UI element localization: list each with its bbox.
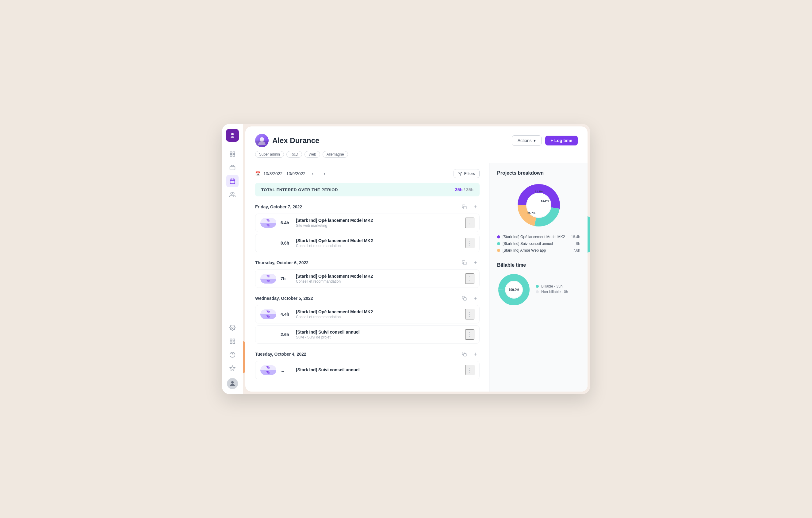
time-entry: 7h 7h 7h [Stark Ind] Opé lancement Model… — [255, 269, 480, 288]
prev-period-button[interactable]: ‹ — [309, 169, 317, 178]
non-billable-dot — [536, 290, 539, 293]
day-actions — [460, 350, 480, 358]
days-container: Friday, October 7, 2022 7h 7h 6.4h [Star… — [255, 202, 480, 379]
legend-value: 18.4h — [571, 235, 580, 239]
date-range-text: 10/3/2022 - 10/9/2022 — [263, 171, 306, 176]
entry-menu-button[interactable]: ⋮ — [465, 365, 474, 375]
projects-legend: [Stark Ind] Opé lancement Model MK2 18.4… — [497, 235, 580, 252]
entry-info: [Stark Ind] Suivi conseil annuel — [296, 367, 461, 373]
filters-button[interactable]: Filters — [454, 169, 480, 178]
entry-hours: 4.4h — [281, 312, 292, 317]
chevron-down-icon: ▾ — [533, 138, 536, 143]
day-actions — [460, 202, 480, 211]
svg-rect-16 — [233, 342, 235, 344]
entry-subtitle: Suivi - Suivi de projet — [296, 335, 461, 339]
legend-value: 7.6h — [573, 248, 580, 252]
billable-legend-item-billable: Billable - 35h — [536, 284, 580, 289]
time-entry: 7h 7h 6.4h [Stark Ind] Opé lancement Mod… — [255, 214, 480, 232]
entry-menu-button[interactable]: ⋮ — [465, 273, 474, 284]
legend-left: [Stark Ind] Opé lancement Model MK2 — [497, 235, 565, 239]
legend-dot — [497, 249, 500, 252]
copy-day-button[interactable] — [460, 258, 469, 267]
svg-point-1 — [231, 136, 234, 138]
add-entry-button[interactable] — [471, 258, 480, 267]
log-time-label: + Log time — [551, 138, 572, 143]
user-avatar-small[interactable] — [227, 378, 238, 389]
day-title: Tuesday, October 4, 2022 — [255, 352, 306, 357]
add-entry-button[interactable] — [471, 294, 480, 303]
entry-hours: 2.6h — [281, 332, 292, 337]
time-badge: 7h 7h — [260, 218, 276, 228]
day-actions — [460, 294, 480, 303]
entry-menu-button[interactable]: ⋮ — [465, 309, 474, 320]
total-hours: 35h / 35h — [455, 187, 473, 192]
day-header: Tuesday, October 4, 2022 — [255, 350, 480, 358]
day-group: Wednesday, October 5, 2022 7h 7h 4.4h [S… — [255, 294, 480, 344]
entry-info: [Stark Ind] Suivi conseil annuel Suivi -… — [296, 330, 461, 339]
sidebar — [222, 124, 243, 394]
billable-content: 100.0% Billable - 35h Non-billable - 0h — [497, 273, 580, 306]
day-header: Wednesday, October 5, 2022 — [255, 294, 480, 303]
billable-time-section: Billable time 100.0% — [497, 263, 580, 306]
svg-rect-32 — [464, 354, 466, 356]
time-badge: 7h 7h — [260, 274, 276, 283]
sidebar-item-calendar[interactable] — [226, 175, 238, 187]
billable-donut-chart: 100.0% — [497, 273, 531, 306]
svg-rect-7 — [230, 179, 235, 184]
svg-rect-6 — [230, 166, 235, 170]
sidebar-item-settings[interactable] — [226, 322, 238, 334]
sidebar-item-briefcase[interactable] — [226, 161, 238, 174]
svg-rect-23 — [464, 206, 466, 209]
copy-day-button[interactable] — [460, 294, 469, 303]
svg-point-20 — [231, 381, 234, 384]
time-entry: 7h 7h ... [Stark Ind] Suivi conseil annu… — [255, 361, 480, 379]
filters-label: Filters — [464, 171, 475, 176]
sidebar-item-grid[interactable] — [226, 335, 238, 347]
actions-button[interactable]: Actions ▾ — [512, 135, 542, 146]
entry-title: [Stark Ind] Opé lancement Model MK2 — [296, 238, 461, 243]
entry-menu-button[interactable]: ⋮ — [465, 329, 474, 340]
svg-rect-5 — [233, 155, 235, 157]
sidebar-item-team[interactable] — [226, 188, 238, 201]
entry-title: [Stark Ind] Opé lancement Model MK2 — [296, 218, 461, 223]
total-current: 35h — [455, 187, 462, 192]
svg-rect-26 — [464, 262, 466, 265]
non-billable-label: Non-billable - 0h — [541, 290, 568, 294]
svg-text:100.0%: 100.0% — [509, 288, 519, 292]
user-tags: Super admin R&D Web Allemagne — [255, 151, 578, 158]
copy-day-button[interactable] — [460, 350, 469, 358]
legend-item: [Stark Ind] Opé lancement Model MK2 18.4… — [497, 235, 580, 239]
sidebar-item-sparkle[interactable] — [226, 362, 238, 374]
legend-left: [Stark Ind] Armor Web app — [497, 248, 546, 252]
tag-rd: R&D — [286, 151, 302, 158]
svg-marker-19 — [230, 366, 235, 371]
add-entry-button[interactable] — [471, 350, 480, 358]
page-title: Alex Durance — [272, 136, 319, 145]
day-title: Thursday, October 6, 2022 — [255, 260, 309, 265]
legend-dot — [497, 235, 500, 239]
day-actions — [460, 258, 480, 267]
entry-info: [Stark Ind] Opé lancement Model MK2 Cons… — [296, 238, 461, 248]
day-header: Thursday, October 6, 2022 — [255, 258, 480, 267]
sidebar-item-list[interactable] — [226, 148, 238, 160]
time-badge: 7h 7h — [260, 365, 276, 375]
time-badge: 7h 7h — [260, 309, 276, 319]
svg-marker-22 — [459, 172, 462, 175]
actions-label: Actions — [518, 138, 532, 143]
day-header: Friday, October 7, 2022 — [255, 202, 480, 211]
filter-icon — [458, 171, 462, 176]
log-time-button[interactable]: + Log time — [545, 136, 578, 145]
sidebar-item-help[interactable] — [226, 349, 238, 361]
entry-hours: 0.6h — [281, 241, 292, 245]
date-range: 📅 10/3/2022 - 10/9/2022 ‹ › — [255, 169, 329, 178]
entry-menu-button[interactable]: ⋮ — [465, 218, 474, 228]
entry-menu-button[interactable]: ⋮ — [465, 238, 474, 248]
entry-info: [Stark Ind] Opé lancement Model MK2 Cons… — [296, 274, 461, 283]
legend-item: [Stark Ind] Armor Web app 7.6h — [497, 248, 580, 252]
billable-legend: Billable - 35h Non-billable - 0h — [536, 284, 580, 295]
entry-subtitle: Conseil et recommandation — [296, 279, 461, 283]
copy-day-button[interactable] — [460, 202, 469, 211]
add-entry-button[interactable] — [471, 202, 480, 211]
billable-time-title: Billable time — [497, 263, 580, 268]
next-period-button[interactable]: › — [320, 169, 329, 178]
